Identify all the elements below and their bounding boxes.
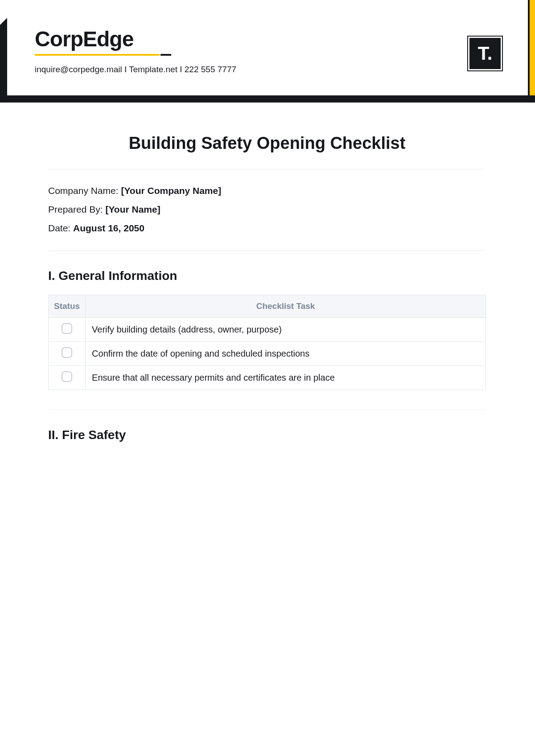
section-heading-fire-safety: II. Fire Safety (48, 428, 486, 442)
table-row: Confirm the date of opening and schedule… (49, 342, 486, 366)
meta-divider (48, 251, 486, 251)
logo-box: T. (468, 37, 502, 70)
contact-info: inquire@corpedge.mail I Template.net I 2… (35, 65, 501, 74)
yellow-accent-stripe (530, 0, 535, 95)
meta-value: [Your Name] (105, 204, 160, 214)
meta-label: Prepared By: (48, 204, 105, 214)
header-banner: CorpEdge inquire@corpedge.mail I Templat… (0, 0, 535, 103)
corner-cut-decoration (0, 0, 26, 26)
document-body: Building Safety Opening Checklist Compan… (0, 103, 535, 472)
meta-prepared-by: Prepared By: [Your Name] (48, 204, 486, 215)
task-cell: Ensure that all necessary permits and ce… (86, 366, 486, 390)
meta-value: August 16, 2050 (73, 223, 144, 233)
section-heading-general-info: I. General Information (48, 269, 486, 283)
meta-label: Company Name: (48, 185, 121, 196)
header-underline (35, 54, 501, 56)
checkbox-icon[interactable] (62, 347, 72, 358)
dark-underline-accent (160, 54, 171, 56)
status-cell (49, 342, 86, 366)
status-cell (49, 366, 86, 390)
yellow-underline (35, 54, 160, 56)
table-row: Verify building details (address, owner,… (49, 318, 486, 342)
column-header-status: Status (49, 295, 86, 318)
meta-date: Date: August 16, 2050 (48, 223, 486, 234)
header-content: CorpEdge inquire@corpedge.mail I Templat… (7, 0, 528, 83)
meta-label: Date: (48, 223, 73, 233)
checklist-table: Status Checklist Task Verify building de… (48, 295, 486, 390)
status-cell (49, 318, 86, 342)
task-cell: Verify building details (address, owner,… (86, 318, 486, 342)
column-header-task: Checklist Task (86, 295, 486, 318)
company-name: CorpEdge (35, 27, 501, 51)
section-divider (48, 410, 486, 410)
meta-value: [Your Company Name] (121, 185, 221, 196)
checkbox-icon[interactable] (62, 371, 72, 382)
meta-block: Company Name: [Your Company Name] Prepar… (48, 169, 486, 251)
meta-company-name: Company Name: [Your Company Name] (48, 185, 486, 196)
table-row: Ensure that all necessary permits and ce… (49, 366, 486, 390)
task-cell: Confirm the date of opening and schedule… (86, 342, 486, 366)
logo-text: T. (478, 43, 493, 64)
document-title: Building Safety Opening Checklist (48, 134, 486, 153)
checkbox-icon[interactable] (62, 323, 72, 334)
